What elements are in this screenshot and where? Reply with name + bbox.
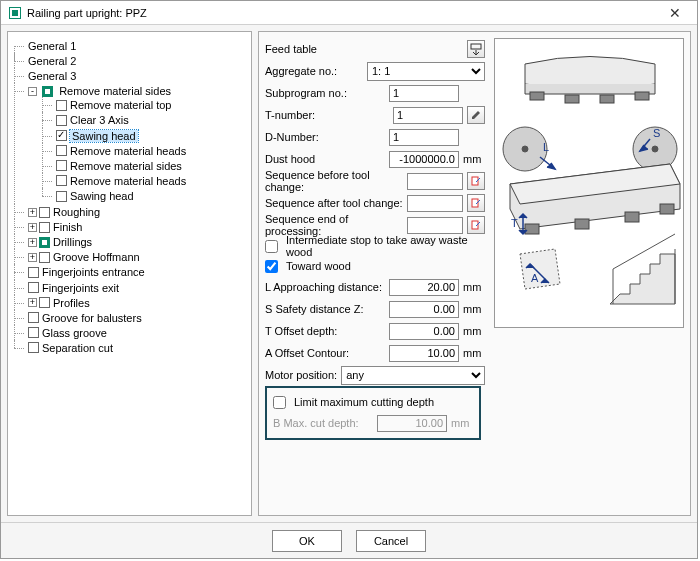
seq-end-edit-button[interactable]	[467, 216, 485, 234]
diagram-a-label: A	[531, 272, 539, 284]
tree-groove-balusters[interactable]: Groove for balusters	[42, 312, 142, 324]
tree-clear3axis[interactable]: Clear 3 Axis	[70, 115, 129, 127]
expander-roughing[interactable]: +	[28, 208, 37, 217]
unit-mm: mm	[463, 325, 485, 337]
checkbox-roughing[interactable]	[39, 207, 50, 218]
document-edit-icon	[471, 198, 481, 208]
checkbox-remove-sides2[interactable]	[56, 160, 67, 171]
checkbox-sawing-head2[interactable]	[56, 191, 67, 202]
checkbox-remove-heads2[interactable]	[56, 175, 67, 186]
checkbox-remove-heads1[interactable]	[56, 145, 67, 156]
subprogram-input[interactable]	[389, 85, 459, 102]
motor-label: Motor position:	[265, 369, 337, 381]
checkbox-drillings[interactable]	[39, 237, 50, 248]
nav-tree: General 1 General 2 General 3 - Remove m…	[12, 38, 247, 355]
tree-separation-cut[interactable]: Separation cut	[42, 342, 113, 354]
seq-before-edit-button[interactable]	[467, 172, 485, 190]
bmax-label: B Max. cut depth:	[273, 417, 373, 429]
checkbox-clear3axis[interactable]	[56, 115, 67, 126]
checkbox-glass-groove[interactable]	[28, 327, 39, 338]
tree-remove-top[interactable]: Remove material top	[70, 99, 172, 111]
form-column: Feed table Aggregate no.: 1: 1 Subprogra…	[265, 38, 485, 386]
l-approach-input[interactable]	[389, 279, 459, 296]
dialog-body: General 1 General 2 General 3 - Remove m…	[1, 25, 697, 522]
tree-remove-sides[interactable]: Remove material sides	[59, 85, 171, 97]
document-edit-icon	[471, 220, 481, 230]
dialog-footer: OK Cancel	[1, 522, 697, 558]
motor-select[interactable]: any	[341, 366, 485, 385]
tree-profiles[interactable]: Profiles	[53, 297, 90, 309]
expander-drillings[interactable]: +	[28, 238, 37, 247]
checkbox-finger-entrance[interactable]	[28, 267, 39, 278]
checkbox-separation-cut[interactable]	[28, 342, 39, 353]
tree-finish[interactable]: Finish	[53, 221, 82, 233]
toward-wood-checkbox[interactable]	[265, 260, 278, 273]
feed-table-label: Feed table	[265, 43, 463, 55]
checkbox-sawing-head[interactable]	[56, 130, 67, 141]
tree-general1[interactable]: General 1	[28, 40, 76, 52]
document-edit-icon	[471, 176, 481, 186]
tree-remove-sides2[interactable]: Remove material sides	[70, 160, 182, 172]
tree-general2[interactable]: General 2	[28, 55, 76, 67]
dusthood-input[interactable]	[389, 151, 459, 168]
checkbox-finger-exit[interactable]	[28, 282, 39, 293]
tree-remove-heads2[interactable]: Remove material heads	[70, 175, 186, 187]
tree-roughing[interactable]: Roughing	[53, 206, 100, 218]
svg-point-11	[652, 146, 658, 152]
t-offset-input[interactable]	[389, 323, 459, 340]
aggregate-select[interactable]: 1: 1	[367, 62, 485, 81]
tree-panel: General 1 General 2 General 3 - Remove m…	[7, 31, 252, 516]
diagram-illustration: L S T A	[494, 38, 684, 328]
intermediate-stop-checkbox[interactable]	[265, 240, 278, 253]
seq-before-input[interactable]	[407, 173, 463, 190]
svg-rect-0	[471, 44, 481, 49]
checkbox-remove-sides[interactable]	[42, 86, 53, 97]
close-button[interactable]: ✕	[661, 4, 689, 22]
unit-mm: mm	[463, 303, 485, 315]
expander-finish[interactable]: +	[28, 223, 37, 232]
diagram-t-label: T	[511, 217, 518, 229]
feed-table-button[interactable]	[467, 40, 485, 58]
expander-remove-sides[interactable]: -	[28, 87, 37, 96]
checkbox-finish[interactable]	[39, 222, 50, 233]
tree-remove-heads1[interactable]: Remove material heads	[70, 145, 186, 157]
tnumber-input[interactable]	[393, 107, 463, 124]
svg-rect-14	[625, 212, 639, 222]
dusthood-label: Dust hood	[265, 153, 385, 165]
svg-rect-5	[565, 95, 579, 103]
tnumber-picker-button[interactable]	[467, 106, 485, 124]
seq-end-input[interactable]	[407, 217, 463, 234]
dnumber-input[interactable]	[389, 129, 459, 146]
tree-finger-entrance[interactable]: Fingerjoints entrance	[42, 267, 145, 279]
checkbox-remove-top[interactable]	[56, 100, 67, 111]
tree-drillings[interactable]: Drillings	[53, 236, 92, 248]
unit-mm: mm	[463, 281, 485, 293]
tree-sawing-head2[interactable]: Sawing head	[70, 190, 134, 202]
pencil-icon	[471, 110, 481, 120]
seq-after-edit-button[interactable]	[467, 194, 485, 212]
dialog-window: Railing part upright: PPZ ✕ General 1 Ge…	[0, 0, 698, 559]
checkbox-profiles[interactable]	[39, 297, 50, 308]
expander-groove-hoffmann[interactable]: +	[28, 253, 37, 262]
seq-before-label: Sequence before tool change:	[265, 169, 403, 193]
seq-after-input[interactable]	[407, 195, 463, 212]
svg-rect-12	[525, 224, 539, 234]
s-safety-input[interactable]	[389, 301, 459, 318]
diagram-s-label: S	[653, 127, 660, 139]
ok-button[interactable]: OK	[272, 530, 342, 552]
checkbox-groove-hoffmann[interactable]	[39, 252, 50, 263]
svg-rect-13	[575, 219, 589, 229]
checkbox-groove-balusters[interactable]	[28, 312, 39, 323]
tree-glass-groove[interactable]: Glass groove	[42, 327, 107, 339]
tree-sawing-head[interactable]: Sawing head	[70, 130, 138, 142]
cancel-button[interactable]: Cancel	[356, 530, 426, 552]
a-offset-input[interactable]	[389, 345, 459, 362]
subprogram-label: Subprogram no.:	[265, 87, 385, 99]
tree-general3[interactable]: General 3	[28, 70, 76, 82]
limit-depth-checkbox[interactable]	[273, 396, 286, 409]
tree-groove-hoffmann[interactable]: Groove Hoffmann	[53, 251, 140, 263]
svg-point-9	[522, 146, 528, 152]
expander-profiles[interactable]: +	[28, 298, 37, 307]
tree-finger-exit[interactable]: Fingerjoints exit	[42, 282, 119, 294]
l-approach-label: L Approaching distance:	[265, 281, 385, 293]
